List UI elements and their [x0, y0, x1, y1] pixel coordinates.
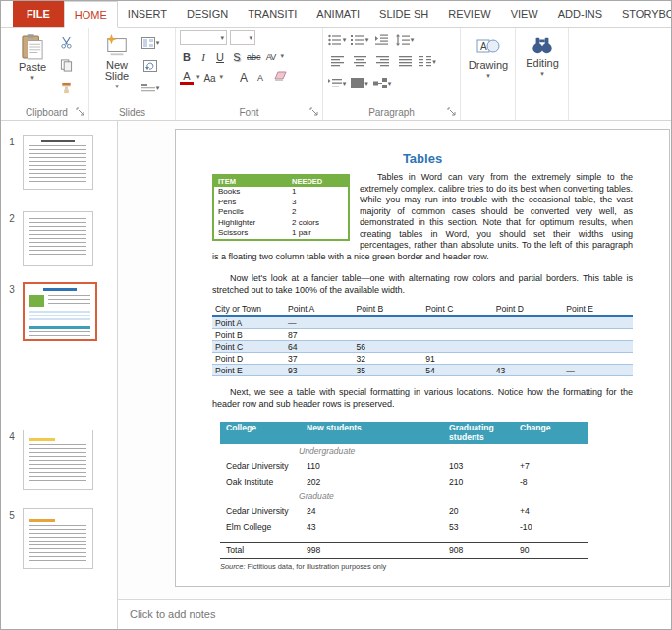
bold-button[interactable]: B	[180, 48, 194, 64]
blue-table-cell[interactable]: 43	[493, 365, 564, 376]
slide-layout-button[interactable]: ▾	[140, 33, 160, 52]
shrink-font-button[interactable]: A	[253, 69, 267, 85]
green-table-cell[interactable]: Scissors	[213, 228, 288, 240]
italic-button[interactable]: I	[196, 48, 210, 64]
blue-table-cell[interactable]	[354, 329, 423, 341]
green-table-header-cell[interactable]: NEEDED	[288, 175, 349, 187]
blue-table[interactable]: City or TownPoint APoint BPoint CPoint D…	[212, 303, 633, 376]
slide-paragraph-3[interactable]: Next, we see a table with special format…	[212, 387, 633, 410]
align-center-button[interactable]	[350, 52, 369, 71]
copy-button[interactable]	[56, 56, 76, 75]
tab-design[interactable]: DESIGN	[177, 1, 238, 27]
green-table-header-cell[interactable]: ITEM	[213, 175, 288, 187]
blue-table-cell[interactable]: 37	[285, 353, 354, 365]
college-table-cell[interactable]: 103	[443, 458, 514, 474]
college-table-total-cell[interactable]: 998	[301, 542, 443, 558]
blue-table-header-cell[interactable]: Point E	[563, 303, 633, 316]
college-table-cell[interactable]: +4	[514, 503, 588, 519]
blue-table-cell[interactable]	[493, 329, 564, 341]
blue-table-cell[interactable]	[563, 341, 633, 353]
line-spacing-button[interactable]: ▾	[395, 30, 415, 49]
slide-paragraph-2[interactable]: Now let's look at a fancier table—one wi…	[212, 273, 633, 296]
slide-title[interactable]: Tables	[212, 151, 633, 166]
align-right-button[interactable]	[372, 52, 392, 71]
blue-table-cell[interactable]	[563, 329, 633, 341]
character-spacing-button[interactable]: AV	[264, 48, 278, 64]
editing-button[interactable]: Editing ▾	[520, 30, 565, 104]
green-table-cell[interactable]: Highlighter	[213, 218, 288, 229]
align-left-button[interactable]	[327, 52, 347, 71]
blue-table-cell[interactable]: 64	[285, 341, 354, 353]
change-case-button[interactable]: Aa	[203, 69, 217, 85]
blue-table-header-cell[interactable]: Point A	[285, 303, 354, 316]
college-table-cell[interactable]: Oak Institute	[220, 474, 301, 489]
blue-table-cell[interactable]	[422, 316, 493, 329]
green-table-cell[interactable]: Books	[213, 187, 288, 198]
bullets-button[interactable]: ▾	[327, 30, 347, 49]
blue-table-cell[interactable]: 91	[422, 353, 493, 365]
paste-button[interactable]: Paste ▾	[9, 30, 56, 104]
college-table-total-cell[interactable]: Total	[220, 542, 301, 558]
blue-table-cell[interactable]	[422, 329, 493, 341]
blue-table-cell[interactable]: Point E	[212, 365, 285, 376]
drawing-dropdown-caret[interactable]: ▾	[486, 73, 490, 79]
reset-slide-button[interactable]	[140, 56, 160, 75]
college-table-cell[interactable]: 43	[301, 519, 443, 535]
source-note[interactable]: Source: Fictitious data, for illustratio…	[220, 562, 633, 571]
slide-2-thumbnail[interactable]	[23, 211, 93, 266]
green-table-cell[interactable]: 1 pair	[288, 228, 349, 240]
college-table-total-cell[interactable]: 908	[443, 542, 514, 558]
blue-table-cell[interactable]	[493, 341, 564, 353]
tab-add-ins[interactable]: ADD-INS	[548, 1, 612, 27]
font-color-caret[interactable]: ▾	[196, 74, 200, 80]
college-table-header-cell[interactable]: New students	[301, 422, 443, 444]
blue-table-cell[interactable]	[563, 353, 633, 365]
tab-file[interactable]: FILE	[13, 1, 64, 27]
college-table-cell[interactable]: Elm College	[220, 519, 301, 535]
college-table-cell[interactable]: 24	[301, 503, 443, 519]
justify-button[interactable]	[395, 52, 415, 71]
drawing-button[interactable]: A Drawing ▾	[465, 30, 512, 104]
blue-table-cell[interactable]: Point B	[212, 329, 285, 341]
blue-table-cell[interactable]: Point A	[212, 316, 285, 329]
blue-table-cell[interactable]	[493, 316, 564, 329]
college-table-total-cell[interactable]: 90	[514, 542, 588, 558]
font-dialog-launcher[interactable]	[309, 107, 319, 117]
blue-table-cell[interactable]: 93	[285, 365, 354, 376]
tab-animati[interactable]: ANIMATI	[307, 1, 369, 27]
blue-table-cell[interactable]: 32	[354, 353, 423, 365]
underline-button[interactable]: U	[213, 48, 227, 64]
blue-table-header-cell[interactable]: Point C	[422, 303, 493, 316]
college-table-subheader-cell[interactable]: Undergraduate	[220, 444, 588, 458]
tab-insert[interactable]: INSERT	[118, 1, 177, 27]
blue-table-cell[interactable]: 87	[285, 329, 354, 341]
green-table-cell[interactable]: 2	[288, 207, 349, 218]
new-slide-dropdown-caret[interactable]: ▾	[115, 84, 119, 89]
blue-table-cell[interactable]: 54	[422, 365, 493, 376]
slide-canvas[interactable]: Tables ITEMNEEDEDBooks1Pens3Pencils2High…	[175, 129, 670, 587]
editing-dropdown-caret[interactable]: ▾	[540, 71, 544, 77]
character-spacing-caret[interactable]: ▾	[281, 53, 285, 59]
tab-home[interactable]: HOME	[64, 1, 118, 28]
font-color-button[interactable]: A	[180, 69, 194, 85]
blue-table-cell[interactable]: 56	[354, 341, 423, 353]
tab-storybo[interactable]: STORYBO	[612, 1, 672, 27]
align-text-button[interactable]: ▾	[350, 74, 369, 92]
college-table[interactable]: CollegeNew studentsGraduating studentsCh…	[220, 422, 588, 559]
blue-table-cell[interactable]: Point D	[212, 353, 285, 365]
college-table-header-cell[interactable]: Graduating students	[443, 422, 514, 444]
text-shadow-button[interactable]: S	[230, 48, 244, 64]
green-table-cell[interactable]: Pencils	[213, 207, 288, 218]
college-table-cell[interactable]: 53	[443, 519, 514, 535]
slide-5-thumbnail[interactable]	[23, 508, 93, 569]
paste-dropdown-caret[interactable]: ▾	[30, 75, 34, 81]
grow-font-button[interactable]: A	[237, 69, 251, 85]
college-table-cell[interactable]: Cedar University	[220, 503, 301, 519]
college-table-header-cell[interactable]: Change	[514, 422, 588, 444]
college-table-cell[interactable]: 110	[301, 458, 443, 474]
green-table-cell[interactable]: 3	[288, 198, 349, 208]
blue-table-header-cell[interactable]: Point D	[493, 303, 564, 316]
format-painter-button[interactable]	[56, 79, 76, 97]
paragraph-dialog-launcher[interactable]	[447, 107, 457, 117]
tab-view[interactable]: VIEW	[501, 1, 548, 27]
